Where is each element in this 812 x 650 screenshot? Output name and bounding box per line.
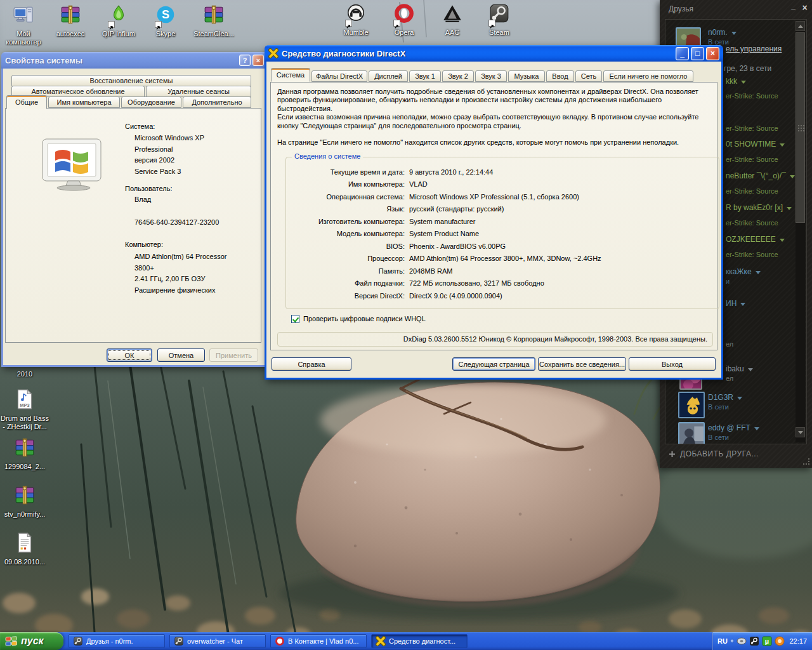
friend-status: er-Strike: Source	[726, 124, 778, 132]
tab-sound3[interactable]: Звук 3	[475, 70, 507, 82]
friend-name[interactable]: eddy @ FFT	[708, 423, 759, 432]
info-row: Память:2048MB RAM	[286, 265, 715, 277]
scroll-up-button[interactable]	[796, 21, 805, 31]
friends-scrollbar[interactable]	[796, 21, 805, 442]
system-properties-titlebar[interactable]: Свойства системы ? ×	[1, 52, 268, 69]
close-button[interactable]: ×	[706, 47, 719, 60]
desktop-icon-autoexec[interactable]: autoexec	[46, 4, 95, 38]
triangle-up-icon	[798, 25, 803, 28]
friend-name[interactable]: OZJKEEEEEE	[726, 235, 785, 244]
tab-music[interactable]: Музыка	[508, 70, 545, 82]
hide-icons-chevron[interactable]	[730, 636, 735, 646]
tab-sound1[interactable]: Звук 1	[409, 70, 441, 82]
computer-label: Компьютер:	[125, 241, 163, 249]
info-row: Процессор:AMD Athlon(tm) 64 Processor 38…	[286, 253, 715, 265]
mumble-icon	[345, 15, 367, 26]
minimize-button[interactable]: _	[676, 47, 689, 60]
help-button[interactable]: ?	[239, 55, 251, 66]
desktop-icon-1299084[interactable]: 1299084_2...	[0, 437, 49, 471]
dxdiag-app-icon	[268, 48, 278, 58]
taskbar-task-chat[interactable]: overwatcher - Чат	[169, 634, 266, 648]
friend-status: er-Strike: Source	[726, 187, 778, 195]
dxdiag-titlebar[interactable]: Средство диагностики DirectX _ □ ×	[265, 45, 723, 62]
friend-name[interactable]: 0t SHOWTIME	[726, 140, 785, 149]
friend-name[interactable]: n0rm.	[708, 28, 737, 37]
desktop-icon-opera[interactable]: Opera	[379, 3, 429, 37]
steam-tray-icon[interactable]	[749, 636, 759, 646]
desktop-icon-stv-n0rmify[interactable]: stv_n0rmify...	[0, 484, 49, 519]
friends-minimize-button[interactable]: _	[789, 1, 798, 11]
friend-name[interactable]: ккаЖке	[726, 267, 761, 276]
qip-tray-icon[interactable]	[775, 636, 785, 646]
friend-name[interactable]: neButter ¯\(°_o)/¯	[726, 171, 795, 180]
control-panel-link[interactable]: ель управления	[726, 44, 782, 53]
desktop-icon-qip-infium[interactable]: QIP Infium	[94, 4, 143, 38]
language-indicator[interactable]: RU	[717, 637, 728, 645]
taskbar-task-friends[interactable]: Друзья - n0rm.	[69, 634, 165, 648]
tab-sound2[interactable]: Звук 2	[442, 70, 474, 82]
add-friend-button[interactable]: ДОБАВИТЬ ДРУГА...	[669, 449, 759, 458]
chevron-down-icon	[780, 143, 785, 147]
next-page-button[interactable]: Следующая страница	[452, 357, 535, 371]
desktop-screen: Мой компьютер autoexec QIP Infium S Skyp…	[0, 0, 812, 650]
desktop-icon-2010[interactable]: 2010	[0, 368, 49, 378]
info-row: Модель компьютера:System Product Name	[286, 228, 715, 241]
taskbar-task-dxdiag[interactable]: Средство диагност...	[371, 634, 468, 648]
svg-text:µ: µ	[765, 637, 769, 645]
help-button[interactable]: Справка	[272, 357, 351, 371]
tab-remote[interactable]: Удаленные сеансы	[146, 86, 251, 97]
friend-name[interactable]: kkk	[726, 77, 746, 86]
tab-advanced[interactable]: Дополнительно	[183, 96, 251, 108]
cancel-button[interactable]: Отмена	[157, 348, 205, 362]
checkbox-checked-icon[interactable]	[291, 315, 299, 323]
scroll-down-button[interactable]	[796, 427, 805, 437]
chevron-down-icon	[780, 239, 785, 242]
tab-directx-files[interactable]: Файлы DirectX	[311, 70, 367, 82]
desktop-icon-my-computer[interactable]: Мой компьютер	[0, 4, 48, 46]
maximize-button[interactable]: □	[691, 47, 704, 60]
utorrent-tray-icon[interactable]: µ	[762, 636, 772, 646]
mumble-tray-icon[interactable]	[737, 636, 747, 646]
whql-checkbox-label: Проверить цифровые подписи WHQL	[303, 315, 426, 323]
apply-button[interactable]: Применить	[209, 348, 258, 362]
avatar[interactable]	[678, 392, 705, 418]
desktop-icon-skype[interactable]: S Skype	[141, 4, 190, 38]
tab-computer-name[interactable]: Имя компьютера	[48, 96, 120, 108]
exit-button[interactable]: Выход	[629, 357, 716, 371]
computer-line: 2.41 ГГц, 2,00 ГБ ОЗУ	[134, 275, 206, 283]
start-button[interactable]: пуск	[0, 632, 63, 650]
chevron-down-icon	[787, 207, 792, 210]
friend-name[interactable]: ibaku	[726, 364, 753, 373]
tab-input[interactable]: Ввод	[546, 70, 574, 82]
dxdiag-task-icon	[376, 636, 386, 646]
ok-button[interactable]: ОК	[107, 348, 152, 362]
friends-close-button[interactable]: ×	[800, 3, 809, 13]
desktop-icon-log-file[interactable]: 09.08.2010...	[0, 532, 49, 566]
resize-grip[interactable]	[803, 458, 809, 464]
taskbar-task-opera[interactable]: В Контакте | Vlad n0...	[270, 634, 367, 648]
tab-hardware[interactable]: Оборудование	[121, 96, 181, 108]
whql-checkbox-row[interactable]: Проверить цифровые подписи WHQL	[291, 315, 426, 323]
friend-name[interactable]: D1G3R	[708, 393, 742, 402]
friend-name[interactable]: R by wakEz0r [x]	[726, 203, 792, 212]
user-name: Влад	[134, 196, 151, 204]
tab-network[interactable]: Сеть	[575, 70, 602, 82]
friend-name[interactable]: ИН	[726, 299, 745, 308]
close-button[interactable]: ×	[252, 55, 264, 66]
desktop-icon-aac[interactable]: AAC	[428, 3, 477, 37]
desktop-icon-mumble[interactable]: Mumble	[331, 3, 381, 37]
tab-system-restore[interactable]: Восстановление системы	[11, 75, 251, 86]
info-row: Версия DirectX:DirectX 9.0c (4.09.0000.0…	[286, 289, 715, 302]
scrollbar-thumb[interactable]	[796, 32, 805, 223]
tab-general[interactable]: Общие	[6, 95, 47, 109]
friends-window-title: Друзья	[669, 4, 693, 13]
tab-system[interactable]: Система	[271, 68, 310, 82]
avatar[interactable]	[678, 422, 705, 444]
save-all-info-button[interactable]: Сохранить все сведения...	[538, 357, 626, 371]
desktop-icon-drum-and-bass[interactable]: MP3 Drum and Bass - ZHestkij Dr...	[0, 388, 49, 431]
tab-display[interactable]: Дисплей	[369, 70, 408, 82]
desktop-icon-steam[interactable]: Steam	[475, 3, 524, 37]
desktop-icon-steamclea[interactable]: SteamClea...	[189, 4, 239, 38]
skype-icon: S	[155, 17, 176, 27]
tab-help[interactable]: Если ничего не помогло	[603, 70, 693, 82]
